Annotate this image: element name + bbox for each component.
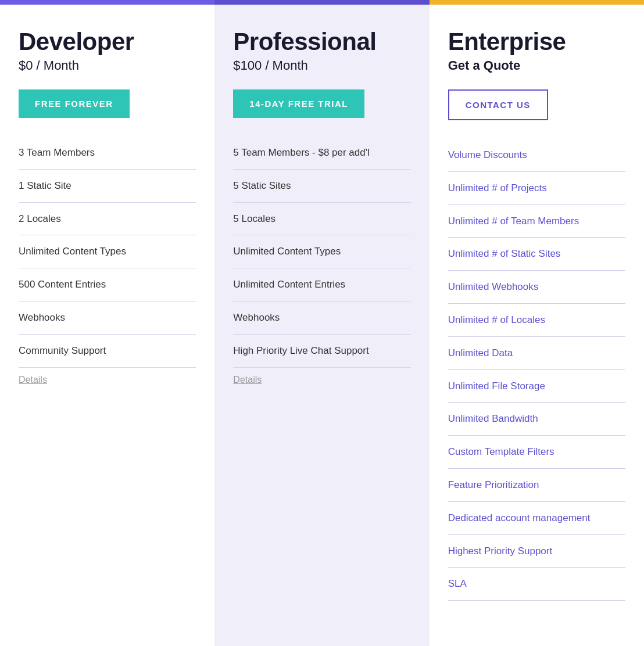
list-item: SLA [448, 568, 625, 601]
pricing-container: Developer $0 / Month FREE FOREVER 3 Team… [0, 0, 644, 646]
list-item: Unlimited # of Static Sites [448, 238, 625, 271]
list-item: Webhooks [233, 302, 410, 335]
enterprise-plan-column: Enterprise Get a Quote CONTACT US Volume… [430, 0, 644, 646]
developer-top-bar [0, 0, 214, 5]
list-item: 5 Team Members - $8 per add'l [233, 137, 410, 170]
list-item: Unlimited Content Entries [233, 268, 410, 302]
list-item: Unlimited Content Types [233, 235, 410, 268]
list-item: Dedicated account management [448, 502, 625, 535]
list-item: High Priority Live Chat Support [233, 335, 410, 368]
developer-details-link[interactable]: Details [19, 375, 47, 385]
list-item: Unlimited Bandwidth [448, 403, 625, 436]
list-item: 5 Locales [233, 203, 410, 236]
enterprise-top-bar [430, 0, 644, 5]
developer-cta-button[interactable]: FREE FOREVER [19, 89, 130, 118]
professional-plan-name: Professional [233, 28, 410, 56]
list-item: 3 Team Members [19, 137, 196, 170]
professional-plan-column: Professional $100 / Month 14-DAY FREE TR… [214, 0, 429, 646]
list-item: Community Support [19, 335, 196, 368]
enterprise-plan-name: Enterprise [448, 28, 625, 56]
list-item: Custom Template Filters [448, 436, 625, 469]
list-item: 5 Static Sites [233, 170, 410, 203]
enterprise-plan-subtitle: Get a Quote [448, 58, 625, 73]
list-item: Unlimited Webhooks [448, 271, 625, 304]
list-item: Feature Prioritization [448, 469, 625, 502]
list-item: 500 Content Entries [19, 268, 196, 302]
list-item: Unlimited Content Types [19, 235, 196, 268]
developer-plan-column: Developer $0 / Month FREE FOREVER 3 Team… [0, 0, 214, 646]
list-item: Unlimited Data [448, 337, 625, 370]
list-item: Volume Discounts [448, 139, 625, 172]
list-item: Highest Priority Support [448, 535, 625, 568]
professional-details-link[interactable]: Details [233, 375, 262, 385]
professional-plan-price: $100 / Month [233, 58, 410, 73]
list-item: Webhooks [19, 302, 196, 335]
list-item: 2 Locales [19, 203, 196, 236]
list-item: Unlimited # of Locales [448, 304, 625, 337]
list-item: Unlimited # of Projects [448, 172, 625, 205]
list-item: Unlimited File Storage [448, 370, 625, 403]
enterprise-feature-list: Volume Discounts Unlimited # of Projects… [448, 139, 625, 601]
developer-plan-name: Developer [19, 28, 196, 56]
professional-top-bar [214, 0, 429, 5]
professional-feature-list: 5 Team Members - $8 per add'l 5 Static S… [233, 137, 410, 368]
list-item: 1 Static Site [19, 170, 196, 203]
developer-plan-price: $0 / Month [19, 58, 196, 73]
enterprise-cta-button[interactable]: CONTACT US [448, 89, 548, 120]
professional-cta-button[interactable]: 14-DAY FREE TRIAL [233, 89, 364, 118]
developer-feature-list: 3 Team Members 1 Static Site 2 Locales U… [19, 137, 196, 368]
list-item: Unlimited # of Team Members [448, 205, 625, 238]
